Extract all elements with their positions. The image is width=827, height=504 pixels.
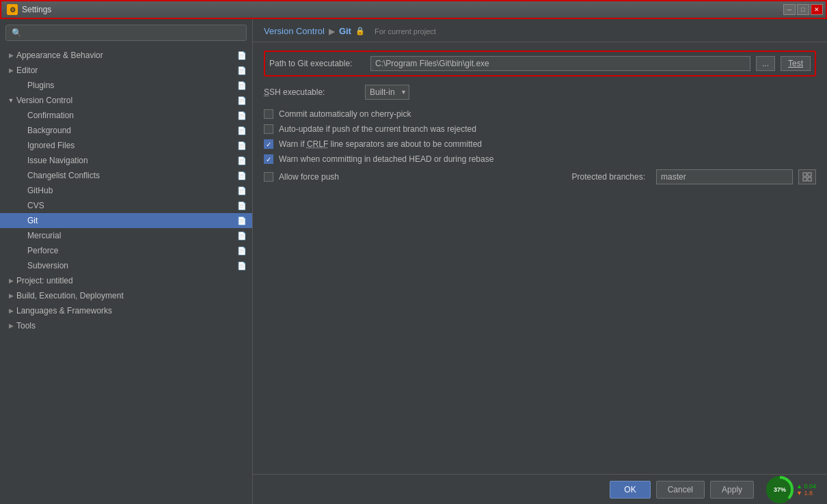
arrow-icon: ▶ [5,290,16,301]
progress-wrap: 37% ▲ 0.04 ▼ 1.8 [759,475,816,505]
ok-button[interactable]: OK [610,481,650,499]
force-push-checkbox[interactable] [264,172,273,182]
breadcrumb-separator: ▶ [329,27,335,36]
main-container: 🔍 ▶ Appearance & Behavior 📄 ▶ Editor 📄 P… [0,19,827,504]
arrow-icon [16,260,27,271]
upload-stat: ▲ 0.04 [796,483,816,490]
sidebar-item-perforce[interactable]: Perforce 📄 [0,243,252,258]
cherry-pick-checkbox[interactable] [264,109,273,119]
progress-circle: 37% [765,475,795,505]
sidebar-item-background[interactable]: Background 📄 [0,123,252,138]
arrow-icon [16,140,27,151]
sidebar-item-build-execution[interactable]: ▶ Build, Execution, Deployment [0,288,252,303]
sidebar-item-version-control[interactable]: ▼ Version Control 📄 [0,93,252,108]
content-body: Path to Git executable: ... Test SSH exe… [253,42,827,474]
sidebar-tree: ▶ Appearance & Behavior 📄 ▶ Editor 📄 Plu… [0,46,252,504]
svg-rect-1 [808,173,811,176]
window-title: Settings [22,5,51,14]
arrow-icon [16,230,27,241]
protected-branches-input[interactable] [656,169,793,184]
search-icon: 🔍 [12,28,22,38]
auto-update-label: Auto-update if push of the current branc… [279,124,476,134]
sidebar-item-ignored-files[interactable]: Ignored Files 📄 [0,138,252,153]
table-icon [802,172,812,182]
ssh-select-wrap[interactable]: Built-in Native ▼ [365,85,409,100]
sidebar-item-appearance[interactable]: ▶ Appearance & Behavior 📄 [0,48,252,63]
search-input[interactable] [26,28,241,38]
sidebar-item-git[interactable]: Git 📄 [0,213,252,228]
sidebar-item-issue-navigation[interactable]: Issue Navigation 📄 [0,153,252,168]
auto-update-row: Auto-update if push of the current branc… [264,124,816,134]
git-path-input[interactable] [370,56,750,71]
auto-update-checkbox[interactable] [264,124,273,134]
sidebar-item-label: Issue Navigation [27,156,237,165]
sidebar-item-languages[interactable]: ▶ Languages & Frameworks [0,303,252,318]
sidebar-item-label: GitHub [27,186,237,195]
sidebar-item-subversion[interactable]: Subversion 📄 [0,258,252,273]
breadcrumb-sub: For current project [375,27,436,36]
git-path-row: Path to Git executable: ... Test [264,51,816,76]
minimize-button[interactable]: ─ [783,4,796,15]
page-icon: 📄 [237,261,247,270]
arrow-icon [16,200,27,211]
apply-button[interactable]: Apply [710,481,754,499]
download-stat: ▼ 1.8 [796,490,816,496]
sidebar-item-confirmation[interactable]: Confirmation 📄 [0,108,252,123]
page-icon: 📄 [237,246,247,255]
page-icon: 📄 [237,216,247,225]
page-icon: 📄 [237,201,247,210]
svg-rect-2 [803,178,806,181]
protected-browse-button[interactable] [798,169,816,184]
arrow-icon: ▶ [5,275,16,286]
page-icon: 📄 [237,81,247,90]
breadcrumb-current: Git [339,26,351,36]
ssh-select[interactable]: Built-in Native [365,85,409,100]
sidebar-item-mercurial[interactable]: Mercurial 📄 [0,228,252,243]
sidebar-item-label: Plugins [27,81,237,90]
sidebar-item-label: Changelist Conflicts [27,171,237,180]
warn-detached-checkbox[interactable] [264,154,273,164]
sidebar-item-plugins[interactable]: Plugins 📄 [0,78,252,93]
warn-crlf-row: Warn if CRLF line separators are about t… [264,139,816,149]
sidebar-item-label: Confirmation [27,111,237,120]
git-browse-button[interactable]: ... [756,56,775,71]
git-test-button[interactable]: Test [781,56,811,71]
svg-rect-0 [803,173,806,176]
sidebar-item-cvs[interactable]: CVS 📄 [0,198,252,213]
breadcrumb-parent: Version Control [264,26,325,36]
page-icon: 📄 [237,171,247,180]
lock-icon: 🔒 [355,27,365,36]
cancel-button[interactable]: Cancel [656,481,705,499]
maximize-button[interactable]: □ [797,4,809,15]
arrow-icon: ▼ [5,95,16,106]
sidebar-item-label: Background [27,126,237,135]
page-icon: 📄 [237,111,247,120]
sidebar-item-project-untitled[interactable]: ▶ Project: untitled [0,273,252,288]
bottom-bar: OK Cancel Apply 37% ▲ 0.04 ▼ 1.8 [253,474,827,504]
arrow-icon [16,185,27,196]
page-icon: 📄 [237,51,247,60]
arrow-icon: ▶ [5,305,16,316]
sidebar-item-tools[interactable]: ▶ Tools [0,318,252,333]
sidebar-item-label: Appearance & Behavior [16,51,237,60]
svg-rect-3 [808,178,811,181]
close-button[interactable]: ✕ [811,4,823,15]
page-icon: 📄 [237,156,247,165]
search-box[interactable]: 🔍 [5,25,247,41]
sidebar-item-editor[interactable]: ▶ Editor 📄 [0,63,252,78]
ssh-executable-row: SSH executable: Built-in Native ▼ [264,85,816,100]
sidebar-item-github[interactable]: GitHub 📄 [0,183,252,198]
git-path-label: Path to Git executable: [269,59,365,68]
page-icon: 📄 [237,186,247,195]
page-icon [237,291,247,300]
arrow-icon [16,155,27,166]
warn-crlf-checkbox[interactable] [264,139,273,149]
arrow-icon [16,110,27,121]
sidebar-item-label: CVS [27,201,237,210]
sidebar-item-changelist-conflicts[interactable]: Changelist Conflicts 📄 [0,168,252,183]
arrow-icon: ▶ [5,65,16,76]
arrow-icon [16,125,27,136]
ssh-label: SSH executable: [264,87,360,97]
app-icon: ⚙ [7,4,18,15]
page-icon: 📄 [237,126,247,135]
